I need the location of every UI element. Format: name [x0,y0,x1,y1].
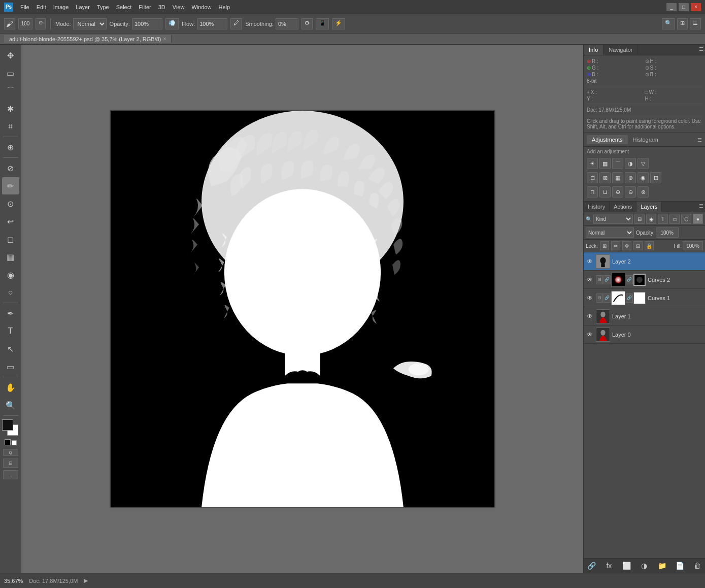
dodge-tool[interactable]: ○ [2,284,19,301]
tablet-btn[interactable]: 📱 [316,18,329,29]
brush-preview-btn[interactable]: ⊙ [36,18,46,29]
search-btn[interactable]: 🔍 [662,18,675,29]
filter-toggle-btn[interactable]: ● [693,214,703,224]
quick-mask-btn[interactable]: Q [3,449,18,456]
layer2-visibility[interactable]: 👁 [586,257,594,266]
foreground-color-swatch[interactable] [2,419,13,431]
adj-curves-btn[interactable]: ⌒ [612,158,623,169]
adj-brightness-btn[interactable]: ☀ [587,158,598,169]
menu-image[interactable]: Image [50,3,72,11]
lock-transparent-btn[interactable]: ⊞ [600,241,609,250]
canvas-area[interactable]: www.yakymchuk.net [21,45,583,573]
tab-layers[interactable]: Layers [636,202,662,212]
symmetry-btn[interactable]: ⚡ [332,18,345,29]
adj-channelmix-btn[interactable]: ◉ [637,172,649,183]
minimize-button[interactable]: _ [666,3,677,11]
new-adjustment-btn[interactable]: ◑ [639,560,650,571]
pen-pressure-btn[interactable]: 🖊 [230,18,242,29]
delete-layer-btn[interactable]: 🗑 [692,560,703,571]
layer-item-layer0[interactable]: 👁 Layer 0 [584,325,705,344]
text-tool[interactable]: T [2,322,19,340]
adj-gradient-btn[interactable]: ⊖ [625,186,636,198]
swap-colors-btn[interactable] [12,440,17,445]
settings-btn[interactable]: ⚙ [301,18,313,29]
maximize-button[interactable]: □ [679,3,689,11]
opacity-value-input[interactable] [656,227,679,238]
brush-tool[interactable]: ✏ [2,177,19,194]
layer-item-curves1[interactable]: 👁 ⊟ 🔗 🔗 [584,289,705,307]
healing-tool[interactable]: ⊘ [2,159,19,177]
curves1-visibility[interactable]: 👁 [586,294,594,302]
mode-select[interactable]: Normal [73,18,107,29]
tab-adjustments[interactable]: Adjustments [587,135,628,144]
panel-menu-icon[interactable]: ☰ [697,45,705,53]
adj-threshold-btn[interactable]: ⊕ [612,186,623,198]
zoom-tool[interactable]: 🔍 [2,397,19,414]
blur-tool[interactable]: ◉ [2,266,19,283]
pen-tool[interactable]: ✒ [2,305,19,322]
menu-help[interactable]: Help [216,3,233,11]
status-arrow[interactable]: ▶ [84,577,88,584]
workspace-btn[interactable]: ☰ [690,18,701,29]
quickselect-tool[interactable]: ✱ [2,100,19,117]
menu-filter[interactable]: Filter [136,3,154,11]
arrange-btn[interactable]: ⊞ [677,18,688,29]
layer1-visibility[interactable]: 👁 [586,312,594,320]
opacity-input[interactable] [132,18,162,29]
lock-position-btn[interactable]: ✥ [622,241,631,250]
add-style-btn[interactable]: fx [603,560,615,571]
adj-colorbal-btn[interactable]: ⊠ [599,172,611,183]
link-layers-btn[interactable]: 🔗 [586,560,597,571]
hand-tool[interactable]: ✋ [2,379,19,396]
layer0-visibility[interactable]: 👁 [586,331,594,339]
blend-mode-select[interactable]: Normal [586,227,634,238]
filter-smart-btn[interactable]: ⬡ [681,214,691,224]
clone-tool[interactable]: ⊙ [2,195,19,212]
move-tool[interactable]: ✥ [2,47,19,64]
curves2-visibility[interactable]: 👁 [586,276,594,284]
adj-pattern-btn[interactable]: ⊗ [637,186,649,198]
default-colors-btn[interactable] [5,439,11,445]
menu-edit[interactable]: Edit [33,3,49,11]
airbrush-btn[interactable]: 💨 [165,18,179,29]
doc-tab-close[interactable]: × [163,36,166,42]
layer-item-layer2[interactable]: 👁 Layer 2 [584,252,705,271]
doc-tab-item[interactable]: adult-blond-blonde-2055592+.psd @ 35,7% … [4,35,172,43]
brush-tool-icon[interactable]: 🖌 [4,18,15,29]
menu-view[interactable]: View [170,3,188,11]
lasso-tool[interactable]: ⌒ [2,82,19,100]
new-layer-btn[interactable]: 📄 [674,560,685,571]
close-button[interactable]: × [691,3,701,11]
layer-filter-select[interactable]: Kind [593,214,633,224]
adj-exposure-btn[interactable]: ◑ [625,158,636,169]
new-group-btn[interactable]: 📁 [656,560,667,571]
lock-artboard-btn[interactable]: ⊟ [633,241,643,250]
menu-layer[interactable]: Layer [73,3,93,11]
eyedropper-tool[interactable]: ⊕ [2,139,19,156]
brush-size-display[interactable]: 100 [18,18,32,29]
tab-actions[interactable]: Actions [610,202,636,212]
screen-mode-btn[interactable]: ⊟ [3,459,18,468]
filter-pixel-btn[interactable]: ⊟ [634,214,645,224]
filter-type-btn[interactable]: T [658,214,668,224]
gradient-tool[interactable]: ▦ [2,248,19,266]
crop-tool[interactable]: ⌗ [2,118,19,135]
tab-info[interactable]: Info [584,45,603,55]
adj-posterize-btn[interactable]: ⊔ [599,186,611,198]
menu-select[interactable]: Select [113,3,135,11]
filter-shape-btn[interactable]: ▭ [669,214,680,224]
lock-image-btn[interactable]: ✏ [611,241,620,250]
eraser-tool[interactable]: ◻ [2,231,19,248]
smoothing-input[interactable] [276,18,298,29]
filter-adj-btn[interactable]: ◉ [646,214,656,224]
menu-3d[interactable]: 3D [155,3,169,11]
extras-btn[interactable]: … [3,470,18,479]
adj-hsl-btn[interactable]: ⊟ [587,172,598,183]
shape-tool[interactable]: ▭ [2,358,19,375]
menu-file[interactable]: File [17,3,32,11]
adjustments-menu-btn[interactable]: ☰ [697,137,702,143]
layer-item-curves2[interactable]: 👁 ⊟ 🔗 🔗 [584,271,705,289]
adj-colorlookup-btn[interactable]: ⊞ [650,172,661,183]
layers-panel-menu[interactable]: ☰ [697,202,705,210]
adj-bw-btn[interactable]: ▦ [612,172,623,183]
